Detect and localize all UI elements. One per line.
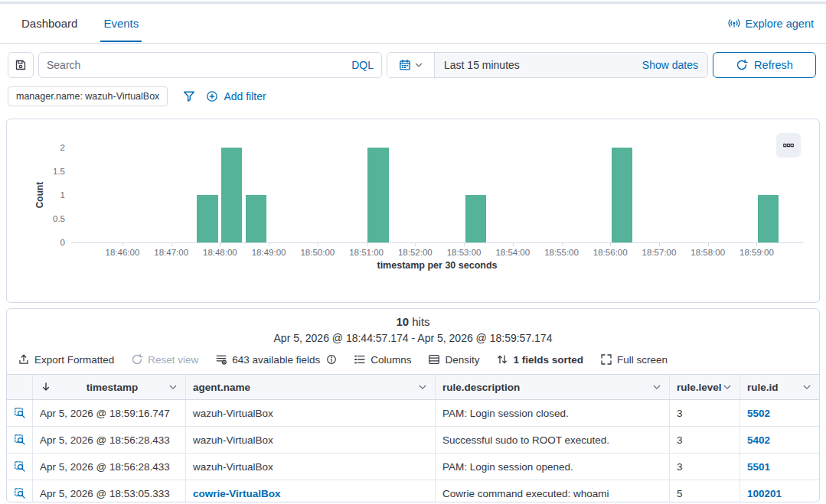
x-axis-tick-label: 18:54:00: [495, 248, 530, 257]
save-icon: [15, 59, 27, 71]
histogram-bar[interactable]: [246, 195, 266, 242]
filter-row: manager.name: wazuh-VirtualBox Add filte…: [8, 86, 816, 107]
inspect-icon: [14, 487, 26, 499]
date-picker: Last 15 minutes Show dates: [387, 52, 708, 78]
filter-pill[interactable]: manager.name: wazuh-VirtualBox: [8, 86, 168, 106]
search-input[interactable]: [47, 59, 344, 71]
cell-rule-id[interactable]: 5502: [740, 400, 819, 426]
export-icon: [18, 353, 30, 366]
query-language-button[interactable]: DQL: [344, 59, 374, 71]
y-axis-tick-label: 2: [36, 143, 65, 152]
hits-count: 10: [396, 315, 409, 328]
refresh-button[interactable]: Refresh: [713, 52, 816, 78]
cell-rule-id[interactable]: 5402: [740, 427, 819, 453]
tab-dashboard[interactable]: Dashboard: [18, 6, 80, 41]
date-quick-select-button[interactable]: [387, 53, 435, 77]
histogram-bar[interactable]: [465, 195, 486, 242]
add-filter-button[interactable]: Add filter: [206, 90, 266, 102]
x-axis-tick-label: 18:48:00: [203, 248, 237, 257]
histogram-bar[interactable]: [758, 195, 779, 242]
y-axis-tick-label: 0: [36, 238, 65, 247]
histogram-bar[interactable]: [197, 195, 217, 242]
hits-summary: 10 hits: [7, 315, 819, 328]
y-axis-tick-label: 0.5: [36, 214, 65, 223]
cell-rule-id[interactable]: 5501: [740, 454, 819, 480]
explore-agent-button[interactable]: Explore agent: [728, 18, 814, 30]
inspect-document-button[interactable]: [7, 427, 33, 453]
x-axis-tick: [367, 243, 367, 246]
plus-circle-icon: [206, 90, 218, 102]
filter-icon[interactable]: [183, 90, 195, 102]
column-header-rule.description[interactable]: rule.description: [436, 375, 670, 399]
column-header-rule.id[interactable]: rule.id: [740, 375, 819, 399]
column-actions-icon[interactable]: [168, 382, 178, 392]
refresh-label: Refresh: [754, 59, 793, 71]
x-axis-tick: [659, 243, 660, 246]
inspect-document-button[interactable]: [7, 400, 33, 426]
inspect-document-button[interactable]: [7, 480, 33, 502]
fields-label: 643 available fields: [232, 354, 320, 366]
cell-rule-id[interactable]: 100201: [740, 480, 819, 502]
x-axis-tick: [171, 243, 172, 246]
x-axis-tick-label: 18:57:00: [642, 248, 677, 257]
sort-down-icon: [40, 381, 52, 393]
show-dates-button[interactable]: Show dates: [642, 59, 698, 71]
cell-rule-level: 5: [670, 480, 740, 502]
grid-header-control: [7, 375, 33, 399]
x-axis-tick: [415, 243, 416, 246]
column-actions-icon[interactable]: [802, 382, 812, 392]
cell-rule-description: Successful sudo to ROOT executed.: [436, 427, 670, 453]
density-button[interactable]: Density: [428, 353, 479, 366]
cell-timestamp: Apr 5, 2026 @ 18:56:28.433: [33, 454, 186, 480]
column-header-agent.name[interactable]: agent.name: [186, 375, 436, 399]
info-icon: [326, 354, 337, 365]
x-axis-tick: [756, 243, 757, 246]
inspect-document-button[interactable]: [7, 454, 33, 480]
column-label: rule.description: [442, 382, 520, 393]
x-axis-tick-label: 18:59:00: [739, 248, 774, 257]
fields-icon: [215, 353, 227, 366]
time-range-summary: Apr 5, 2026 @ 18:44:57.174 - Apr 5, 2026…: [7, 332, 819, 344]
full-screen-button[interactable]: Full screen: [600, 353, 668, 366]
column-header-timestamp[interactable]: timestamp: [33, 375, 186, 399]
x-axis-tick-label: 18:58:00: [691, 248, 725, 257]
x-axis-tick-label: 18:53:00: [447, 248, 482, 257]
sort-fields-button[interactable]: 1 fields sorted: [496, 353, 583, 366]
x-axis-tick-label: 18:51:00: [349, 248, 384, 257]
histogram-bar[interactable]: [221, 148, 242, 242]
cell-agent-name[interactable]: cowrie-VirtualBox: [186, 480, 436, 502]
table-row: Apr 5, 2026 @ 18:56:28.433wazuh-VirtualB…: [7, 454, 819, 480]
column-actions-icon[interactable]: [651, 382, 662, 392]
save-query-button[interactable]: [8, 52, 34, 78]
time-range-display[interactable]: Last 15 minutes Show dates: [435, 53, 707, 77]
grid-body: Apr 5, 2026 @ 18:59:16.747wazuh-VirtualB…: [7, 400, 819, 502]
histogram-bar[interactable]: [612, 148, 632, 242]
x-axis-tick: [122, 243, 123, 246]
chevron-down-icon: [414, 60, 423, 70]
time-range-value: Last 15 minutes: [444, 59, 520, 71]
x-axis-tick-label: 18:56:00: [593, 248, 628, 257]
cell-timestamp: Apr 5, 2026 @ 18:56:28.433: [33, 427, 186, 453]
density-label: Density: [445, 354, 479, 366]
available-fields-button[interactable]: 643 available fields: [215, 353, 337, 366]
cell-rule-level: 3: [670, 427, 740, 453]
results-panel: 10 hits Apr 5, 2026 @ 18:44:57.174 - Apr…: [6, 308, 820, 502]
tab-events[interactable]: Events: [100, 6, 142, 41]
columns-button[interactable]: Columns: [354, 353, 411, 366]
histogram-bar[interactable]: [367, 148, 388, 242]
column-label: timestamp: [87, 382, 139, 393]
cell-timestamp: Apr 5, 2026 @ 18:59:16.747: [33, 400, 186, 426]
explore-agent-label: Explore agent: [746, 18, 814, 30]
hits-label: hits: [412, 315, 429, 328]
column-label: rule.id: [747, 382, 779, 393]
column-actions-icon[interactable]: [417, 382, 428, 392]
column-header-rule.level[interactable]: rule.level: [670, 375, 740, 399]
x-axis-tick-label: 18:50:00: [300, 248, 335, 257]
column-actions-icon[interactable]: [722, 382, 733, 392]
table-row: Apr 5, 2026 @ 18:56:28.433wazuh-VirtualB…: [7, 427, 819, 454]
columns-label: Columns: [371, 354, 411, 366]
export-formatted-button[interactable]: Export Formatted: [18, 353, 114, 366]
table-row: Apr 5, 2026 @ 18:59:16.747wazuh-VirtualB…: [7, 400, 819, 427]
reset-view-button[interactable]: Reset view: [131, 353, 198, 366]
reset-label: Reset view: [148, 354, 198, 366]
